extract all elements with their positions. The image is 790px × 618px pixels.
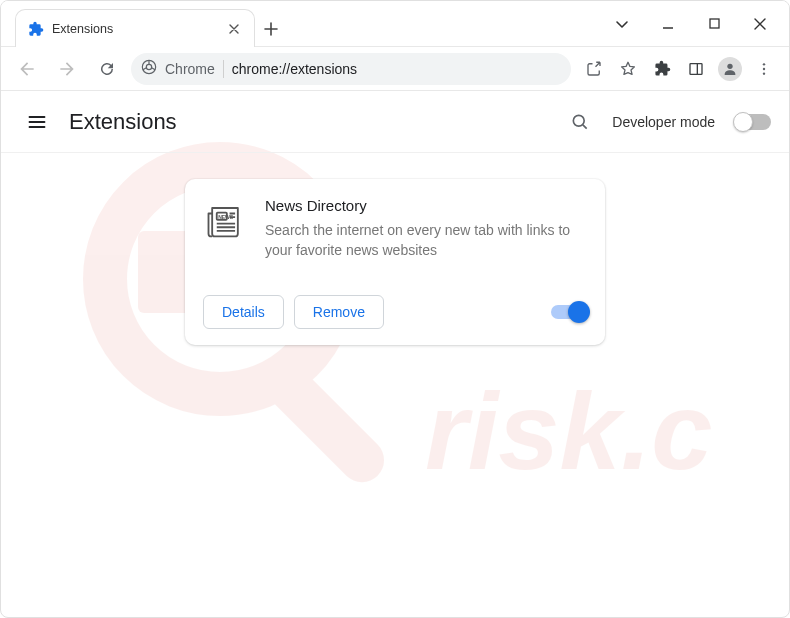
svg-rect-8 bbox=[690, 63, 702, 74]
developer-mode-label: Developer mode bbox=[612, 114, 715, 130]
window-controls bbox=[599, 1, 789, 46]
extensions-puzzle-icon[interactable] bbox=[647, 54, 677, 84]
forward-button[interactable] bbox=[51, 53, 83, 85]
extension-enable-toggle[interactable] bbox=[551, 305, 587, 319]
svg-rect-5 bbox=[710, 19, 719, 28]
new-tab-button[interactable] bbox=[255, 11, 287, 46]
browser-toolbar: Chrome chrome://extensions bbox=[1, 47, 789, 91]
profile-avatar[interactable] bbox=[715, 54, 745, 84]
svg-rect-1 bbox=[249, 347, 393, 489]
share-icon[interactable] bbox=[579, 54, 609, 84]
address-bar[interactable]: Chrome chrome://extensions bbox=[131, 53, 571, 85]
details-button[interactable]: Details bbox=[203, 295, 284, 329]
page-title: Extensions bbox=[69, 109, 177, 135]
back-button[interactable] bbox=[11, 53, 43, 85]
puzzle-icon bbox=[28, 21, 44, 37]
news-icon: NEWS bbox=[203, 197, 247, 241]
tab-title: Extensions bbox=[52, 22, 218, 36]
svg-point-9 bbox=[727, 63, 732, 68]
bookmark-star-icon[interactable] bbox=[613, 54, 643, 84]
extension-description: Search the internet on every new tab wit… bbox=[265, 220, 587, 261]
omnibox-host: Chrome bbox=[165, 61, 215, 77]
window-titlebar: Extensions bbox=[1, 1, 789, 47]
kebab-menu-icon[interactable] bbox=[749, 54, 779, 84]
svg-point-13 bbox=[574, 115, 585, 126]
tab-close-icon[interactable] bbox=[226, 21, 242, 37]
browser-tab[interactable]: Extensions bbox=[15, 9, 255, 47]
divider bbox=[223, 60, 224, 78]
reload-button[interactable] bbox=[91, 53, 123, 85]
hamburger-menu-icon[interactable] bbox=[19, 104, 55, 140]
page-header: Extensions Developer mode bbox=[1, 91, 789, 153]
window-close-button[interactable] bbox=[737, 1, 783, 47]
window-maximize-button[interactable] bbox=[691, 1, 737, 47]
svg-text:risk.com: risk.com bbox=[425, 369, 715, 489]
svg-point-12 bbox=[763, 72, 765, 74]
extension-name: News Directory bbox=[265, 197, 587, 214]
svg-point-10 bbox=[763, 63, 765, 65]
svg-point-7 bbox=[146, 64, 151, 69]
chevron-down-icon[interactable] bbox=[599, 17, 645, 31]
extension-card: NEWS News Directory Search the internet … bbox=[185, 179, 605, 345]
side-panel-icon[interactable] bbox=[681, 54, 711, 84]
developer-mode-toggle[interactable] bbox=[735, 114, 771, 130]
svg-point-11 bbox=[763, 67, 765, 69]
search-icon[interactable] bbox=[562, 104, 598, 140]
chrome-logo-icon bbox=[141, 59, 157, 79]
remove-button[interactable]: Remove bbox=[294, 295, 384, 329]
omnibox-url: chrome://extensions bbox=[232, 61, 561, 77]
window-minimize-button[interactable] bbox=[645, 1, 691, 47]
